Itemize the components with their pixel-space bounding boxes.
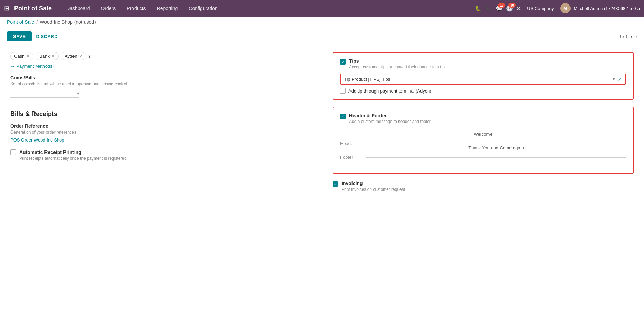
tip-product-dropdown[interactable]: ▾ — [613, 76, 615, 82]
tip-product-text: Tip Product [TIPS] Tips — [344, 77, 610, 82]
adyen-tip-row: Add tip through payment terminal (Adyen) — [340, 88, 626, 94]
tag-cash-remove[interactable]: ✕ — [26, 54, 30, 59]
chat-badge: 17 — [498, 3, 505, 8]
payment-methods-arrow: → — [10, 64, 15, 69]
tips-header: ✓ Tips Accept customer tips or convert t… — [340, 58, 626, 69]
coins-bills-field: Coins/Bills Set of coins/bills that will… — [10, 75, 311, 98]
tag-bank-label: Bank — [39, 54, 50, 59]
tips-title: Tips — [349, 58, 445, 64]
prev-page-button[interactable]: ‹ — [631, 33, 632, 40]
auto-receipt-label: Automatic Receipt Printing — [19, 149, 127, 155]
welcome-text: Welcome — [340, 132, 626, 137]
payment-tags-row: Cash ✕ Bank ✕ Ayden ✕ ▾ — [10, 52, 311, 60]
auto-receipt-desc: Print receipts automatically once the pa… — [19, 156, 127, 161]
phone-icon[interactable]: 📞 — [485, 5, 492, 12]
pagination-text: 1 / 1 — [619, 34, 628, 39]
header-footer-desc: Add a custom message to header and foote… — [349, 119, 431, 124]
close-icon[interactable]: ✕ — [516, 5, 521, 12]
tag-bank: Bank ✕ — [36, 52, 59, 60]
nav-brand: Point of Sale — [14, 5, 52, 12]
company-name: US Company — [527, 6, 554, 11]
next-page-button[interactable]: › — [635, 33, 637, 40]
tag-cash-label: Cash — [14, 54, 24, 59]
tags-dropdown-arrow[interactable]: ▾ — [88, 54, 91, 59]
auto-receipt-field: Automatic Receipt Printing Print receipt… — [10, 149, 311, 164]
coins-bills-select[interactable]: ▾ — [10, 89, 79, 98]
save-button[interactable]: SAVE — [7, 31, 32, 41]
invoicing-checkbox[interactable]: ✓ — [333, 181, 338, 187]
tips-checkbox[interactable]: ✓ — [340, 59, 346, 65]
tip-product-external-link[interactable]: ↗ — [618, 76, 622, 82]
order-reference-label: Order Reference — [10, 123, 311, 129]
tips-desc: Accept customer tips or convert their ch… — [349, 65, 445, 69]
nav-reporting[interactable]: Reporting — [152, 3, 183, 13]
breadcrumb: Point of Sale / Wood Inc Shop (not used) — [0, 17, 644, 28]
bills-receipts-heading: Bills & Receipts — [10, 105, 311, 118]
pagination: 1 / 1 ‹ › — [619, 33, 637, 40]
payment-methods-text: Payment Methods — [16, 64, 52, 69]
nav-icons: 🐛 📞 💬 17 🕐 30 ✕ US Company M Mitchell Ad… — [475, 3, 640, 13]
coins-bills-desc: Set of coins/bills that will be used in … — [10, 81, 311, 86]
invoicing-label: Invoicing — [341, 181, 405, 186]
tip-product-row: Tip Product [TIPS] Tips ▾ ↗ — [340, 74, 626, 85]
header-divider — [366, 144, 626, 144]
bug-icon[interactable]: 🐛 — [475, 5, 482, 12]
coins-bills-label: Coins/Bills — [10, 75, 311, 80]
order-reference-desc: Generation of your order references — [10, 130, 311, 135]
breadcrumb-parent[interactable]: Point of Sale — [7, 19, 34, 25]
header-row: Header Thank You and Come again — [340, 141, 626, 150]
footer-divider — [366, 157, 626, 158]
adyen-tip-label: Add tip through payment terminal (Adyen) — [348, 88, 432, 94]
clock-badge: 30 — [508, 3, 516, 8]
header-footer-checkbox[interactable]: ✓ — [340, 114, 346, 119]
header-value: Thank You and Come again — [366, 145, 626, 150]
invoicing-field: ✓ Invoicing Print invoices on customer r… — [333, 181, 634, 195]
order-reference-value[interactable]: POS Order Wood Inc Shop — [10, 137, 311, 143]
header-label: Header — [340, 141, 361, 146]
left-panel: Cash ✕ Bank ✕ Ayden ✕ ▾ → Payment Method… — [0, 45, 322, 311]
coins-bills-arrow: ▾ — [77, 90, 79, 96]
tag-ayden-label: Ayden — [65, 54, 77, 59]
right-panel: ✓ Tips Accept customer tips or convert t… — [322, 45, 644, 311]
breadcrumb-separator: / — [36, 19, 38, 25]
header-footer-box: ✓ Header & Footer Add a custom message t… — [333, 107, 634, 174]
avatar[interactable]: M — [560, 3, 571, 13]
header-footer-content: Welcome Header Thank You and Come again … — [340, 128, 626, 167]
footer-row: Footer — [340, 155, 626, 160]
tag-ayden-remove[interactable]: ✕ — [79, 54, 82, 59]
adyen-tip-checkbox[interactable] — [340, 88, 346, 94]
auto-receipt-checkbox[interactable] — [10, 149, 16, 155]
nav-orders[interactable]: Orders — [96, 3, 121, 13]
header-footer-title: Header & Footer — [349, 113, 431, 118]
nav-dashboard[interactable]: Dashboard — [61, 3, 95, 13]
invoicing-desc: Print invoices on customer request — [341, 187, 405, 192]
nav-configuration[interactable]: Configuration — [184, 3, 222, 13]
chat-icon[interactable]: 💬 17 — [496, 5, 503, 12]
footer-label: Footer — [340, 155, 361, 160]
grid-icon[interactable]: ⊞ — [4, 4, 9, 12]
nav-products[interactable]: Products — [122, 3, 150, 13]
nav-user: Mitchell Admin (17248068-15-0-a — [574, 6, 640, 11]
top-nav: ⊞ Point of Sale Dashboard Orders Product… — [0, 0, 644, 17]
discard-button[interactable]: DISCARD — [36, 34, 58, 39]
tag-cash: Cash ✕ — [10, 52, 33, 60]
nav-menu: Dashboard Orders Products Reporting Conf… — [61, 3, 472, 13]
order-reference-field: Order Reference Generation of your order… — [10, 123, 311, 143]
main-content: Cash ✕ Bank ✕ Ayden ✕ ▾ → Payment Method… — [0, 45, 644, 311]
payment-methods-link[interactable]: → Payment Methods — [10, 64, 311, 69]
tag-bank-remove[interactable]: ✕ — [51, 54, 55, 59]
action-bar: SAVE DISCARD 1 / 1 ‹ › — [0, 28, 644, 45]
tips-box: ✓ Tips Accept customer tips or convert t… — [333, 52, 634, 100]
tag-ayden: Ayden ✕ — [61, 52, 86, 60]
breadcrumb-current: Wood Inc Shop (not used) — [40, 19, 96, 25]
header-footer-header: ✓ Header & Footer Add a custom message t… — [340, 113, 626, 124]
clock-icon[interactable]: 🕐 30 — [506, 5, 513, 12]
